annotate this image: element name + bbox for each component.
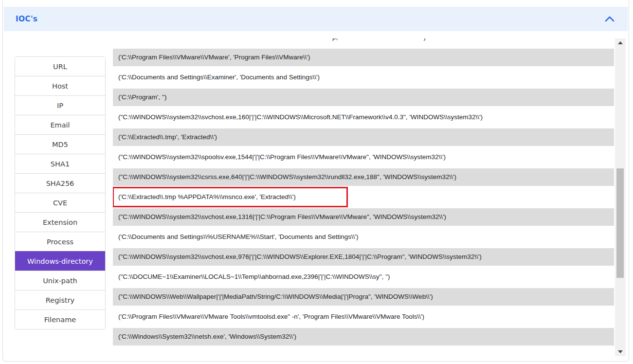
ioc-row[interactable]: ("C:\\WINDOWS\\Web\\Wallpaper|'|'|MediaP… xyxy=(113,288,614,306)
red-highlight-annotation xyxy=(113,187,348,207)
sidebar-item-registry[interactable]: Registry xyxy=(15,290,105,309)
scroll-down-button[interactable] xyxy=(615,347,626,356)
ioc-row-list: 'p, '')('C:\\Program Files\\VMware\\VMwa… xyxy=(113,38,614,356)
sidebar-item-windows-directory[interactable]: Windows-directory xyxy=(15,251,105,271)
sidebar-item-url[interactable]: URL xyxy=(15,57,105,76)
sidebar-item-unix-path[interactable]: Unix-path xyxy=(15,271,105,290)
panel-title: IOC's xyxy=(4,15,37,23)
ioc-row[interactable]: ('C:\\Program', '') xyxy=(113,89,614,106)
clipped-text-fragment: ' xyxy=(120,38,122,46)
ioc-row[interactable]: ('C:\\Extracted\\.tmp', 'Extracted\\') xyxy=(113,128,614,146)
sidebar-item-ip[interactable]: IP xyxy=(15,95,105,115)
sidebar-item-email[interactable]: Email xyxy=(15,115,105,134)
ioc-row[interactable]: ('C:\\Windows\\System32\\netsh.exe', 'Wi… xyxy=(113,328,614,346)
sidebar-item-host[interactable]: Host xyxy=(15,76,105,95)
ioc-panel-card: IOC's URLHostIPEmailMD5SHA1SHA256CVEExte… xyxy=(2,0,629,362)
ioc-row[interactable]: ("C:\\WINDOWS\\system32\\svchost.exe,160… xyxy=(113,109,614,126)
ioc-row[interactable]: ("C:\\WINDOWS\\system32\\svchost.exe,976… xyxy=(113,248,614,266)
sidebar-item-sha1[interactable]: SHA1 xyxy=(15,154,105,173)
ioc-row[interactable]: ("C:\\WINDOWS\\system32\\spoolsv.exe,154… xyxy=(113,148,614,166)
panel-header[interactable]: IOC's xyxy=(4,7,628,31)
ioc-row[interactable]: ("C:\\WINDOWS\\system32\\svchost.exe,131… xyxy=(113,208,614,226)
ioc-row[interactable]: ('C:\\Documents and Settings\\%USERNAME%… xyxy=(113,228,614,246)
ioc-row[interactable] xyxy=(113,348,614,356)
ioc-row[interactable]: ('C:\\Program Files\\VMware\\VMware', 'P… xyxy=(113,49,614,66)
ioc-row[interactable]: ('C:\\Program Files\\VMware\\VMware Tool… xyxy=(113,308,614,326)
ioc-row[interactable]: ('C:\\Extracted\\.tmp %APPDATA%\\msnco.e… xyxy=(113,188,614,206)
triangle-up-icon xyxy=(618,41,623,44)
sidebar-item-sha256[interactable]: SHA256 xyxy=(15,173,105,193)
sidebar-item-filename[interactable]: Filename xyxy=(15,309,105,329)
ioc-row[interactable]: ("C:\\WINDOWS\\system32\\csrss.exe,640|'… xyxy=(113,168,614,186)
ioc-row[interactable]: ("C:\\DOCUME~1\\Examiner\\LOCALS~1\\Temp… xyxy=(113,268,614,286)
clipped-text-fragment: p, ' xyxy=(332,38,341,46)
ioc-row-partial-top[interactable]: 'p, '') xyxy=(113,38,614,46)
chevron-up-icon[interactable] xyxy=(603,15,616,23)
ioc-list-viewport[interactable]: 'p, '')('C:\\Program Files\\VMware\\VMwa… xyxy=(113,38,614,356)
sidebar-item-process[interactable]: Process xyxy=(15,232,105,251)
scroll-up-button[interactable] xyxy=(615,38,626,47)
triangle-down-icon xyxy=(618,350,623,353)
sidebar-item-extension[interactable]: Extension xyxy=(15,212,105,232)
sidebar-item-cve[interactable]: CVE xyxy=(15,193,105,212)
vertical-scrollbar[interactable] xyxy=(615,38,626,356)
ioc-type-sidebar: URLHostIPEmailMD5SHA1SHA256CVEExtensionP… xyxy=(15,56,106,329)
ioc-row[interactable]: ('C:\\Documents and Settings\\Examiner',… xyxy=(113,69,614,86)
scrollbar-thumb[interactable] xyxy=(616,168,624,278)
sidebar-item-md5[interactable]: MD5 xyxy=(15,134,105,154)
clipped-text-fragment: ') xyxy=(422,38,426,46)
